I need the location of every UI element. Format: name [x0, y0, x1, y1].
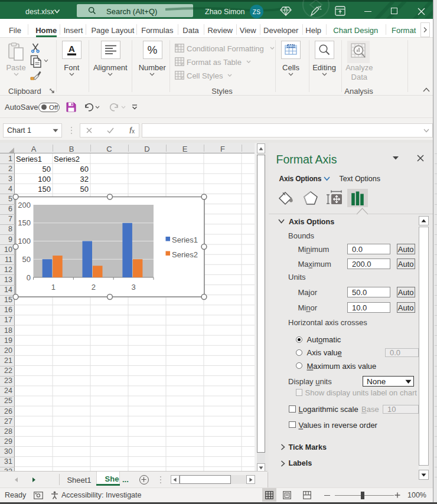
- svg-text:%: %: [148, 44, 158, 56]
- svg-text:A: A: [69, 44, 75, 54]
